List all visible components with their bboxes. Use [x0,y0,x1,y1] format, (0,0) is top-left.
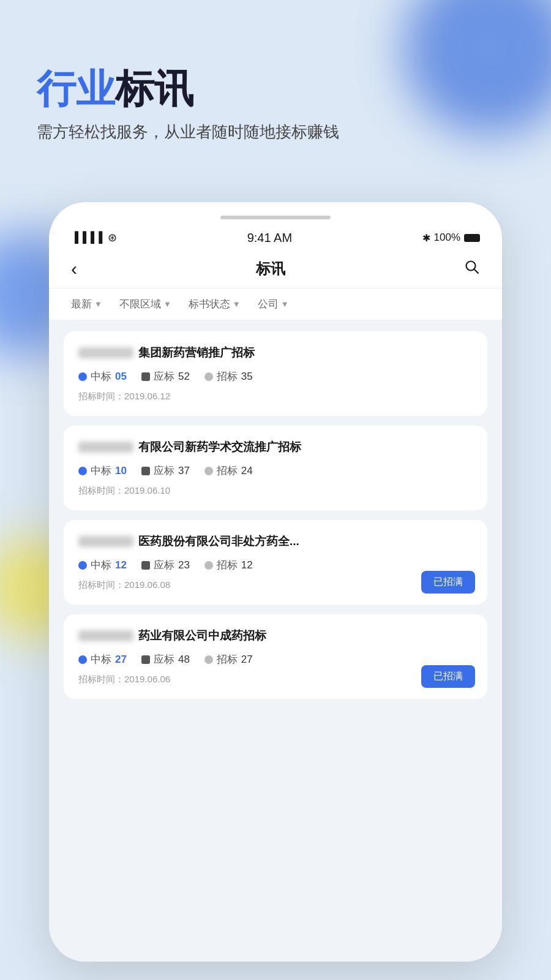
title-highlight: 行业 [37,67,115,111]
awarded-dot [78,372,87,381]
card-1-time: 招标时间：2019.06.12 [78,391,473,402]
card-1-stat-applied: 应标 52 [141,369,190,383]
card-2-title-text: 有限公司新药学术交流推广招标 [138,439,301,455]
card-2-stats: 中标 10 应标 37 招标 24 [78,464,473,478]
filter-status[interactable]: 标书状态 ▼ [189,297,241,311]
applied-dot [141,467,150,475]
card-1-title: 集团新药营销推广招标 [78,345,473,361]
filter-region-label: 不限区域 [119,297,161,311]
nav-bar: ‹ 标讯 [49,250,502,288]
status-bar: ▐▐▐▐ ⊛ 9:41 AM ✱ 100% [49,225,502,250]
page-title: 行业标讯 [37,67,339,110]
card-3-stats: 中标 12 应标 23 招标 12 [78,558,473,572]
card-4-title-text: 药业有限公司中成药招标 [138,628,266,644]
card-3-title: 医药股份有限公司非处方药全... [78,533,473,549]
card-1-title-blur [78,347,133,358]
filter-latest[interactable]: 最新 ▼ [71,297,102,311]
bid-card-2[interactable]: 有限公司新药学术交流推广招标 中标 10 应标 37 招 [64,426,487,510]
card-3-time: 招标时间：2019.06.08 [78,579,473,591]
bidding-dot [204,561,213,570]
card-2-title-blur [78,442,133,453]
filter-latest-label: 最新 [71,297,92,311]
svg-line-1 [474,269,479,273]
status-left: ▐▐▐▐ ⊛ [71,231,117,244]
awarded-dot [78,467,87,475]
title-rest: 标讯 [115,67,193,111]
bid-card-3[interactable]: 医药股份有限公司非处方药全... 中标 12 应标 23 [64,520,487,605]
filter-region[interactable]: 不限区域 ▼ [119,297,171,311]
battery-icon [464,234,480,242]
filter-status-label: 标书状态 [189,297,230,311]
bidding-dot [204,372,213,381]
status-time: 9:41 AM [247,231,292,245]
bid-card-1[interactable]: 集团新药营销推广招标 中标 05 应标 52 招标 [64,331,487,416]
bluetooth-icon: ✱ [422,232,430,244]
card-2-title: 有限公司新药学术交流推广招标 [78,439,473,455]
card-4-stat-bidding: 招标 27 [204,652,253,666]
card-1-stat-awarded: 中标 05 [78,369,127,383]
card-1-title-text: 集团新药营销推广招标 [138,345,255,361]
card-4-stat-awarded: 中标 27 [78,652,127,666]
search-button[interactable] [464,259,480,279]
battery-percent: 100% [434,232,460,244]
card-3-stat-bidding: 招标 12 [204,558,253,572]
applied-dot [141,655,150,664]
wifi-icon: ⊛ [108,231,117,244]
card-1-stat-bidding: 招标 35 [204,369,253,383]
card-2-time: 招标时间：2019.06.10 [78,485,473,497]
card-3-stat-applied: 应标 23 [141,558,190,572]
phone-mockup: ▐▐▐▐ ⊛ 9:41 AM ✱ 100% ‹ 标讯 [49,202,502,962]
card-3-badge: 已招满 [421,571,475,594]
phone-body: ▐▐▐▐ ⊛ 9:41 AM ✱ 100% ‹ 标讯 [49,202,502,962]
card-1-stats: 中标 05 应标 52 招标 35 [78,369,473,383]
awarded-dot [78,655,87,664]
bg-blob-top-right [404,0,551,135]
bid-card-4[interactable]: 药业有限公司中成药招标 中标 27 应标 48 招标 [64,614,487,699]
card-2-stat-awarded: 中标 10 [78,464,127,478]
filter-latest-arrow: ▼ [94,300,102,309]
card-3-title-blur [78,536,133,547]
card-4-stat-applied: 应标 48 [141,652,190,666]
card-4-title: 药业有限公司中成药招标 [78,628,473,644]
filter-company[interactable]: 公司 ▼ [258,297,289,311]
phone-top-bar [49,202,502,225]
filter-company-label: 公司 [258,297,279,311]
applied-dot [141,372,150,381]
content-area: 集团新药营销推广招标 中标 05 应标 52 招标 [49,320,502,962]
card-4-stats: 中标 27 应标 48 招标 27 [78,652,473,666]
back-button[interactable]: ‹ [71,258,77,279]
card-3-title-text: 医药股份有限公司非处方药全... [138,533,299,549]
signal-icon: ▐▐▐▐ [71,232,103,244]
card-2-stat-applied: 应标 37 [141,464,190,478]
card-4-title-blur [78,630,133,641]
filter-region-arrow: ▼ [163,300,171,309]
card-4-time: 招标时间：2019.06.06 [78,674,473,685]
nav-title: 标讯 [256,259,285,279]
filter-bar: 最新 ▼ 不限区域 ▼ 标书状态 ▼ 公司 ▼ [49,288,502,320]
page-subtitle: 需方轻松找服务，从业者随时随地接标赚钱 [37,121,339,143]
awarded-dot [78,561,87,570]
bidding-dot [204,467,213,475]
header-section: 行业标讯 需方轻松找服务，从业者随时随地接标赚钱 [37,67,339,143]
card-3-stat-awarded: 中标 12 [78,558,127,572]
applied-dot [141,561,150,570]
card-4-badge: 已招满 [421,665,475,688]
status-right: ✱ 100% [422,232,480,244]
filter-status-arrow: ▼ [233,300,241,309]
card-2-stat-bidding: 招标 24 [204,464,253,478]
filter-company-arrow: ▼ [281,300,289,309]
phone-notch [220,216,331,219]
bidding-dot [204,655,213,664]
